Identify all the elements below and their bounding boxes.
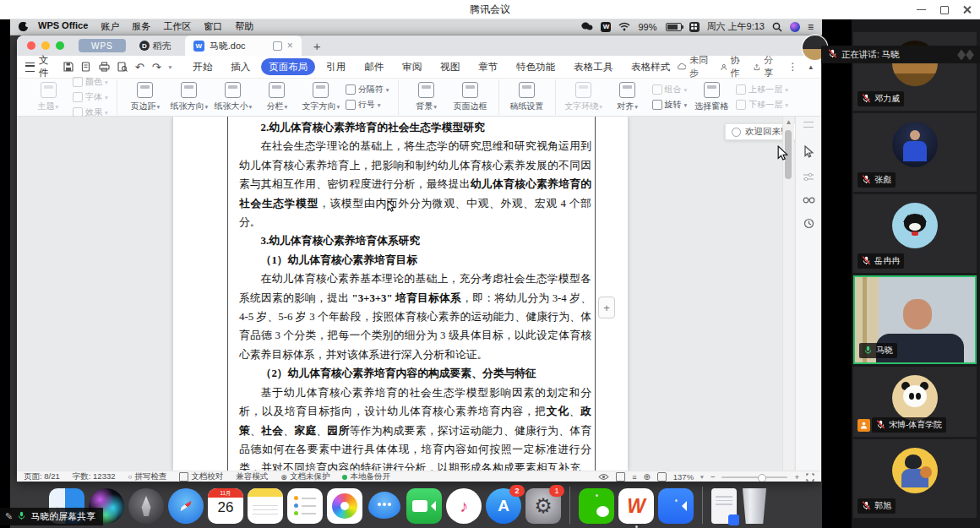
page-view-icon[interactable] bbox=[616, 472, 625, 482]
ribbon-button-文字环绕[interactable]: 文字环绕▾ bbox=[562, 82, 606, 112]
control-center-icon[interactable]: ≡ bbox=[808, 21, 814, 33]
tab-视图[interactable]: 视图 bbox=[433, 58, 467, 75]
participant-tile-郭旭[interactable]: 郭旭 bbox=[853, 439, 977, 518]
dock-appstore-icon[interactable]: A2 bbox=[486, 488, 521, 524]
ribbon-button-选择窗格[interactable]: 选择窗格 bbox=[689, 82, 733, 112]
document-area[interactable]: 2.幼儿体育核心素养培育的社会生态学模型研究在社会生态学理论的基础上，将生态学的… bbox=[17, 117, 821, 471]
tab-特色功能[interactable]: 特色功能 bbox=[509, 58, 563, 75]
tab-审阅[interactable]: 审阅 bbox=[395, 58, 429, 75]
share-button[interactable]: 分享 bbox=[754, 54, 776, 79]
file-menu[interactable]: 文件 bbox=[39, 54, 55, 79]
zoom-slider[interactable] bbox=[721, 476, 787, 478]
document-text[interactable]: 2.幼儿体育核心素养培育的社会生态学模型研究在社会生态学理论的基础上，将生态学的… bbox=[239, 118, 591, 471]
minimize-icon[interactable] bbox=[917, 5, 926, 14]
dock-settings-icon[interactable]: ⚙1 bbox=[525, 488, 561, 524]
dock-music-icon[interactable]: ♪ bbox=[446, 488, 482, 524]
ribbon-button-行号[interactable]: 行号▾ bbox=[346, 99, 389, 111]
new-tab-button[interactable]: + bbox=[313, 39, 321, 53]
dock-calendar-icon[interactable]: 11月26 bbox=[208, 488, 243, 524]
backup-status[interactable]: 本地备份开 bbox=[342, 471, 390, 482]
tab-邮件[interactable]: 邮件 bbox=[357, 58, 391, 75]
tab-引用[interactable]: 引用 bbox=[318, 58, 353, 75]
ribbon-button-背景[interactable]: 背景▾ bbox=[405, 82, 449, 112]
apple-menu-icon[interactable] bbox=[19, 22, 28, 31]
quick-toolbar-dropdown-icon[interactable]: ▾ bbox=[169, 63, 172, 71]
scroll-up-icon[interactable]: ▲ bbox=[783, 118, 794, 126]
ribbon-button-组合[interactable]: 组合▾ bbox=[652, 84, 688, 95]
dock-notes-icon[interactable] bbox=[248, 488, 283, 524]
page-indicator[interactable]: 页面: 8/21 bbox=[24, 471, 60, 482]
ribbon-button-下移一层[interactable]: 下移一层▾ bbox=[736, 99, 788, 111]
menubar-item[interactable]: 窗口 bbox=[204, 20, 222, 33]
maximize-icon[interactable] bbox=[939, 5, 949, 14]
ribbon-button-颜色[interactable]: 颜色▾ bbox=[73, 76, 108, 88]
export-pdf-icon[interactable] bbox=[81, 62, 91, 72]
participant-tile-邓力威[interactable]: 邓力威 bbox=[853, 32, 977, 111]
dock-safari-icon[interactable] bbox=[168, 488, 204, 524]
tab-页面布局[interactable]: 页面布局 bbox=[261, 58, 315, 75]
close-tab-icon[interactable]: × bbox=[287, 41, 293, 51]
menubar-item[interactable]: 工作区 bbox=[163, 20, 191, 33]
ribbon-button-稿纸设置[interactable]: 稿纸设置 bbox=[505, 82, 549, 112]
outline-view-icon[interactable]: ≡ bbox=[632, 473, 636, 482]
fit-page-icon[interactable] bbox=[657, 472, 667, 482]
tab-章节[interactable]: 章节 bbox=[471, 58, 505, 75]
proofread-status[interactable]: 文档校对 bbox=[179, 471, 223, 482]
insert-plus-button[interactable]: + bbox=[598, 297, 615, 318]
dock-reminders-icon[interactable] bbox=[287, 488, 323, 524]
menubar-item[interactable]: WPS Office bbox=[38, 20, 88, 33]
dock-facetime-icon[interactable] bbox=[406, 488, 442, 524]
siri-menubar-icon[interactable] bbox=[790, 22, 800, 32]
menubar-item[interactable]: 账户 bbox=[101, 20, 119, 33]
zoom-level[interactable]: 137% bbox=[673, 472, 694, 482]
more-menu-icon[interactable]: ⋮ bbox=[787, 61, 798, 73]
collapse-ribbon-icon[interactable]: ▴ bbox=[808, 63, 813, 71]
history-icon[interactable] bbox=[803, 218, 814, 229]
adjust-tool-icon[interactable] bbox=[803, 172, 814, 181]
ribbon-button-分隔符[interactable]: 分隔符▾ bbox=[346, 84, 389, 95]
eye-icon[interactable] bbox=[598, 473, 609, 481]
ribbon-button-纸张方向[interactable]: 纸张方向▾ bbox=[167, 82, 211, 112]
close-icon[interactable] bbox=[962, 5, 972, 14]
wps-menubar-icon[interactable]: W bbox=[601, 22, 611, 32]
docer-button[interactable]: D 稻壳 bbox=[139, 40, 172, 52]
dock-photos-icon[interactable] bbox=[327, 488, 362, 524]
ribbon-button-纸张大小[interactable]: 纸张大小▾ bbox=[211, 82, 255, 112]
traffic-close-button[interactable] bbox=[27, 41, 35, 50]
screen-share-indicator[interactable]: ✎ 马晓的屏幕共享 bbox=[0, 508, 103, 525]
ribbon-button-字体[interactable]: 字体▾ bbox=[73, 91, 108, 103]
app-grid-icon[interactable] bbox=[689, 22, 700, 32]
dock-launchpad-icon[interactable] bbox=[128, 488, 164, 524]
pin-tab-icon[interactable] bbox=[273, 41, 282, 51]
vertical-scrollbar[interactable]: ▲ bbox=[782, 117, 794, 471]
dock-trash-icon[interactable] bbox=[741, 488, 768, 524]
sync-status-button[interactable]: 未同步 bbox=[678, 54, 709, 79]
ribbon-button-对齐[interactable]: 对齐▾ bbox=[606, 82, 650, 112]
participant-tile-马晓[interactable]: 马晓 bbox=[853, 275, 977, 364]
rail-grip-icon[interactable] bbox=[803, 122, 814, 128]
menubar-clock[interactable]: 周六 上午9:13 bbox=[707, 20, 765, 33]
dock-preview-icon[interactable] bbox=[711, 488, 737, 524]
eye-protect-icon[interactable] bbox=[803, 195, 815, 204]
document-tab[interactable]: W 马晓.doc × bbox=[185, 35, 302, 56]
traffic-minimize-button[interactable] bbox=[41, 41, 50, 50]
web-view-icon[interactable]: ⊕ bbox=[643, 472, 650, 482]
ribbon-button-上移一层[interactable]: 上移一层▾ bbox=[736, 84, 788, 95]
collaborate-button[interactable]: 协作 bbox=[721, 54, 743, 79]
wifi-icon[interactable] bbox=[618, 22, 630, 31]
participant-tile-宋博-体育学院[interactable]: 宋博-体育学院 bbox=[853, 367, 977, 437]
word-count[interactable]: 字数: 12332 bbox=[73, 471, 116, 482]
participant-tile-岳冉冉[interactable]: 岳冉冉 bbox=[853, 194, 977, 273]
zoom-dropdown-icon[interactable]: ▾ bbox=[700, 473, 704, 481]
ribbon-button-分栏[interactable]: 分栏▾ bbox=[255, 82, 299, 112]
zoom-in-button[interactable]: + bbox=[794, 472, 799, 482]
redo-icon[interactable]: ↷ bbox=[152, 61, 161, 73]
print-icon[interactable] bbox=[99, 62, 110, 72]
menubar-item[interactable]: 帮助 bbox=[235, 20, 253, 33]
ribbon-button-文字方向[interactable]: 文字方向▾ bbox=[299, 82, 343, 112]
tab-表格工具[interactable]: 表格工具 bbox=[566, 58, 620, 75]
tab-表格样式[interactable]: 表格样式 bbox=[623, 58, 678, 75]
select-tool-icon[interactable] bbox=[803, 145, 814, 158]
spellcheck-status[interactable]: ○拼写检查 bbox=[128, 471, 166, 482]
dock-wps-icon[interactable]: W bbox=[618, 488, 654, 524]
